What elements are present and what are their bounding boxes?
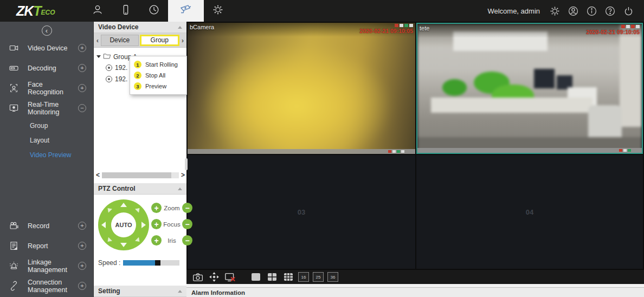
nav-device-tab[interactable] <box>112 0 140 22</box>
collapse-chevron-icon[interactable] <box>178 290 182 293</box>
settings-gear-icon[interactable] <box>549 5 561 17</box>
zoom-plus-button[interactable]: + <box>151 203 162 213</box>
tab-label: Group <box>151 36 169 44</box>
tab-group[interactable]: Group <box>140 35 180 46</box>
camera-osd-right: 2020-02-21 09:10:05 <box>359 24 413 37</box>
layout-36-button[interactable]: 36 <box>327 272 338 282</box>
expand-plus-icon[interactable]: + <box>78 242 86 250</box>
ptz-auto-button[interactable]: AUTO <box>111 212 136 237</box>
group-context-menu: 1 Start Rolling 2 Stop All 3 Preview <box>130 56 187 95</box>
cell-number-label: 03 <box>298 208 305 216</box>
sidebar-subitem-group[interactable]: Group <box>0 118 93 133</box>
status-dot-icon <box>401 150 404 153</box>
expand-plus-icon[interactable]: + <box>78 84 86 92</box>
sidebar-item-decoding[interactable]: Decoding + <box>0 58 93 78</box>
sidebar-item-report[interactable]: Report + <box>0 236 93 256</box>
panel-resize-handle[interactable] <box>185 158 188 170</box>
panel-title: Video Device <box>98 23 138 31</box>
video-cell-4-empty[interactable]: 04 <box>416 155 643 269</box>
context-menu-item-stop-all[interactable]: 2 Stop All <box>130 70 186 81</box>
sidebar-item-label: Face Recognition <box>28 81 78 96</box>
speed-slider-handle[interactable] <box>155 260 160 266</box>
video-cell-3-empty[interactable]: 03 <box>188 155 415 269</box>
nav-video-tab[interactable] <box>168 0 204 22</box>
context-menu-label: Stop All <box>145 72 165 79</box>
stop-all-preview-button[interactable] <box>224 272 236 282</box>
sidebar-subitem-layout[interactable]: Layout <box>0 133 93 147</box>
sidebar-item-label: Decoding <box>28 64 78 72</box>
callout-number-badge: 1 <box>134 61 141 68</box>
snapshot-button[interactable] <box>191 272 204 282</box>
layout-9-button[interactable] <box>282 272 294 282</box>
scroll-left-icon[interactable]: < <box>96 172 100 178</box>
tree-device-label: 192. <box>115 75 127 83</box>
ptz-right-icon[interactable] <box>141 222 146 228</box>
camera-name-label: tete <box>420 25 429 38</box>
setting-panel-header: Setting <box>94 286 186 297</box>
sidebar-item-face-recognition[interactable]: Face Recognition + <box>0 78 93 98</box>
iris-plus-button[interactable]: + <box>151 235 162 246</box>
tree-expander-icon[interactable] <box>96 55 101 58</box>
alarm-information-header[interactable]: Alarm Information <box>186 287 644 297</box>
iris-minus-button[interactable]: − <box>182 235 192 246</box>
scroll-right-icon[interactable]: > <box>181 172 185 178</box>
speed-slider[interactable] <box>123 260 179 266</box>
sidebar-item-video-device[interactable]: Video Device + <box>0 38 93 58</box>
ptz-up-icon[interactable] <box>120 203 127 207</box>
mobile-device-icon <box>120 4 132 18</box>
nav-attendance-tab[interactable] <box>140 0 168 22</box>
tab-scroll-right-icon[interactable]: › <box>180 36 185 44</box>
context-menu-item-preview[interactable]: 3 Preview <box>130 81 186 92</box>
camera-osd-right: 2020-02-21 09:10:05 <box>586 25 640 38</box>
help-icon[interactable] <box>604 5 616 17</box>
ptz-direction-pad[interactable]: AUTO <box>98 199 149 250</box>
sidebar-collapse-button[interactable]: ‹ <box>42 25 52 36</box>
ptz-ne-icon[interactable] <box>135 206 141 212</box>
nav-personnel-tab[interactable] <box>83 0 112 22</box>
sidebar-item-real-time-monitoring[interactable]: Real-Time Monitoring − <box>0 98 93 118</box>
layout-4-button[interactable] <box>266 272 278 282</box>
camera-node-icon <box>106 76 112 82</box>
collapse-chevron-icon[interactable] <box>178 26 182 29</box>
ptz-se-icon[interactable] <box>135 237 141 243</box>
expand-plus-icon[interactable]: + <box>78 64 86 72</box>
sidebar-item-linkage-management[interactable]: Linkage Management + <box>0 256 93 276</box>
expand-plus-icon[interactable]: + <box>78 282 86 290</box>
sidebar-item-connection-management[interactable]: Connection Management + <box>0 276 93 296</box>
sidebar-subitem-video-preview[interactable]: Video Preview <box>0 147 93 162</box>
ptz-nw-icon[interactable] <box>106 206 112 212</box>
collapse-minus-icon[interactable]: − <box>78 104 86 112</box>
layout-1-button[interactable] <box>249 272 262 282</box>
focus-plus-button[interactable]: + <box>151 219 162 229</box>
ptz-mode-button[interactable] <box>208 272 220 282</box>
cell-number-label: 04 <box>526 208 533 216</box>
alarm-lamp-icon <box>9 261 22 271</box>
focus-minus-button[interactable]: − <box>182 219 192 229</box>
expand-plus-icon[interactable]: + <box>78 262 86 270</box>
scrollbar-thumb[interactable] <box>102 172 171 178</box>
collapse-chevron-icon[interactable] <box>178 188 182 190</box>
zoom-minus-button[interactable]: − <box>182 203 192 213</box>
info-icon[interactable] <box>586 5 597 17</box>
video-cell-1[interactable]: bCamera 2020-02-21 09:10:05 <box>188 23 415 154</box>
monitor-icon <box>9 103 22 113</box>
scrollbar-track[interactable] <box>102 172 179 178</box>
logo-zk: ZK <box>16 4 33 18</box>
expand-plus-icon[interactable]: + <box>78 222 86 230</box>
zkteco-logo: ZK T ECO <box>16 4 55 18</box>
ptz-sw-icon[interactable] <box>106 237 112 243</box>
sidebar-item-record[interactable]: Record + <box>0 216 93 236</box>
video-cell-2-selected[interactable]: tete 2020-02-21 09:10:05 <box>416 23 643 154</box>
nav-system-tab[interactable] <box>204 0 232 22</box>
status-dot-icon <box>623 149 627 152</box>
layout-25-button[interactable]: 25 <box>313 272 324 282</box>
tab-scroll-left-icon[interactable]: ‹ <box>95 36 100 44</box>
logout-power-icon[interactable] <box>623 5 634 17</box>
expand-plus-icon[interactable]: + <box>78 44 86 52</box>
tab-device[interactable]: Device <box>101 35 139 46</box>
context-menu-item-start-rolling[interactable]: 1 Start Rolling <box>130 59 186 70</box>
account-icon[interactable] <box>568 5 579 17</box>
ptz-down-icon[interactable] <box>120 243 127 247</box>
layout-16-button[interactable]: 16 <box>298 272 309 282</box>
ptz-left-icon[interactable] <box>101 222 106 228</box>
